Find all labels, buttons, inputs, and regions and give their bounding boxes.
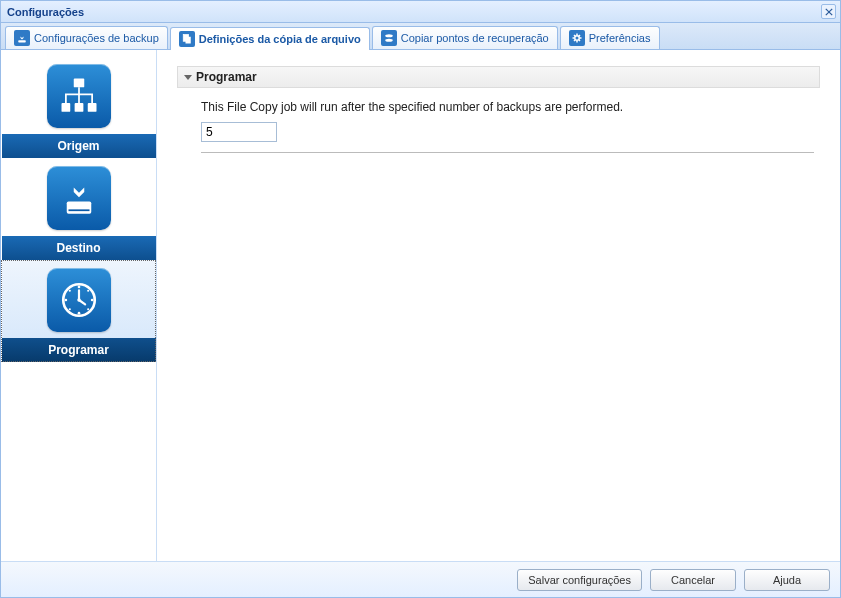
disks-icon xyxy=(381,30,397,46)
content-panel: Programar This File Copy job will run af… xyxy=(157,50,840,561)
svg-point-7 xyxy=(574,36,579,41)
disk-arrow-down-icon xyxy=(47,166,111,230)
svg-point-21 xyxy=(68,308,70,310)
svg-rect-11 xyxy=(87,103,96,112)
svg-rect-4 xyxy=(185,37,190,44)
svg-point-15 xyxy=(77,286,80,289)
tab-file-copy-definitions[interactable]: Definições da cópia de arquivo xyxy=(170,27,370,50)
svg-point-5 xyxy=(385,34,393,37)
schedule-description: This File Copy job will run after the sp… xyxy=(201,100,814,114)
tabbar: Configurações de backup Definições da có… xyxy=(1,23,840,50)
tab-label: Configurações de backup xyxy=(34,32,159,44)
tab-label: Copiar pontos de recuperação xyxy=(401,32,549,44)
close-icon xyxy=(825,6,833,18)
sidebar: Origem Destino xyxy=(1,50,157,561)
sidebar-item-label: Destino xyxy=(2,236,156,260)
help-button[interactable]: Ajuda xyxy=(744,569,830,591)
sidebar-item-label: Programar xyxy=(2,338,156,362)
tab-label: Preferências xyxy=(589,32,651,44)
tab-backup-settings[interactable]: Configurações de backup xyxy=(5,26,168,49)
svg-rect-10 xyxy=(74,103,83,112)
save-button[interactable]: Salvar configurações xyxy=(517,569,642,591)
window-title: Configurações xyxy=(7,6,84,18)
tab-preferences[interactable]: Preferências xyxy=(560,26,660,49)
section-title: Programar xyxy=(196,70,257,84)
titlebar: Configurações xyxy=(1,1,840,23)
sidebar-item-destination[interactable]: Destino xyxy=(1,158,156,260)
chevron-down-icon xyxy=(184,75,192,80)
network-tree-icon xyxy=(47,64,111,128)
clock-icon xyxy=(47,268,111,332)
svg-point-17 xyxy=(64,299,67,302)
gear-icon xyxy=(569,30,585,46)
section-body: This File Copy job will run after the sp… xyxy=(177,100,820,165)
body-area: Origem Destino xyxy=(1,50,840,561)
tab-copy-recovery-points[interactable]: Copiar pontos de recuperação xyxy=(372,26,558,49)
sidebar-item-source[interactable]: Origem xyxy=(1,56,156,158)
divider xyxy=(201,152,814,153)
svg-point-6 xyxy=(385,39,393,42)
svg-point-23 xyxy=(77,298,81,302)
files-icon xyxy=(179,31,195,47)
svg-rect-8 xyxy=(73,79,84,88)
svg-rect-9 xyxy=(61,103,70,112)
svg-point-20 xyxy=(87,290,89,292)
svg-point-22 xyxy=(87,308,89,310)
svg-point-18 xyxy=(90,299,93,302)
disk-download-icon xyxy=(14,30,30,46)
svg-point-19 xyxy=(68,290,70,292)
svg-rect-12 xyxy=(66,202,91,214)
close-button[interactable] xyxy=(821,4,836,19)
svg-point-16 xyxy=(77,312,80,315)
section-header-schedule[interactable]: Programar xyxy=(177,66,820,88)
svg-rect-2 xyxy=(18,40,26,42)
settings-window: Configurações Configurações de backup De… xyxy=(0,0,841,598)
footer: Salvar configurações Cancelar Ajuda xyxy=(1,561,840,597)
sidebar-item-label: Origem xyxy=(2,134,156,158)
svg-rect-13 xyxy=(68,209,89,211)
cancel-button[interactable]: Cancelar xyxy=(650,569,736,591)
sidebar-item-schedule[interactable]: Programar xyxy=(1,260,156,362)
backup-count-input[interactable] xyxy=(201,122,277,142)
tab-label: Definições da cópia de arquivo xyxy=(199,33,361,45)
